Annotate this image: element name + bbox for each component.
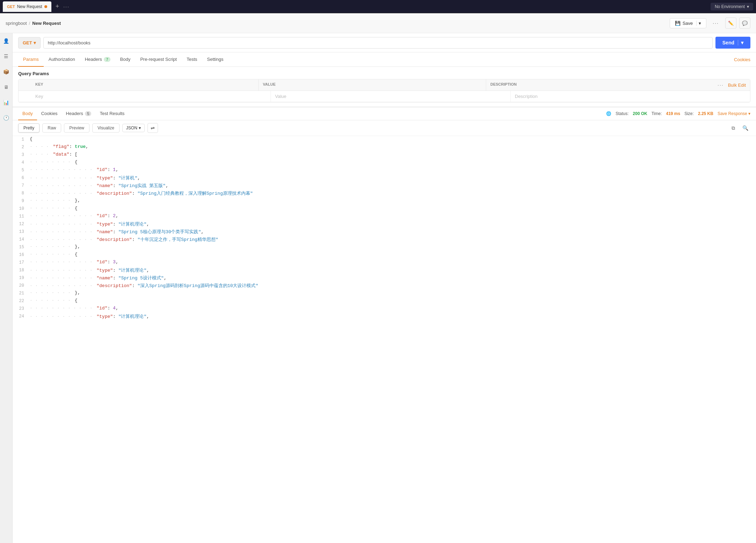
key-col-header: KEY xyxy=(31,79,258,91)
status-label: Status: xyxy=(615,111,628,116)
json-line: 21 · · · · · · · · }, xyxy=(13,290,756,298)
sidebar-icon-chart[interactable]: 📊 xyxy=(1,98,11,107)
response-tabs-row: Body Cookies Headers 5 Test Results 🌐 St… xyxy=(13,107,756,120)
value-col-header: VALUE xyxy=(258,79,486,91)
breadcrumb-current: New Request xyxy=(32,21,61,26)
row-key[interactable]: Key xyxy=(31,91,271,102)
wrap-button[interactable]: ⇌ xyxy=(147,123,158,133)
save-chevron-icon[interactable]: ▾ xyxy=(696,21,701,26)
sidebar-icon-server[interactable]: 🖥 xyxy=(1,82,11,92)
main-layout: 👤 ☰ 📦 🖥 📊 🕐 GET ▾ Send ▾ Params Au xyxy=(0,33,756,543)
tab-authorization[interactable]: Authorization xyxy=(44,52,80,67)
save-label: Save xyxy=(683,21,693,26)
tab-tests[interactable]: Tests xyxy=(182,52,202,67)
breadcrumb-collection[interactable]: springboot xyxy=(6,21,27,26)
environment-selector[interactable]: No Environment ▾ xyxy=(711,3,753,10)
send-chevron-icon[interactable]: ▾ xyxy=(738,40,743,45)
env-chevron-icon: ▾ xyxy=(747,4,749,9)
url-bar: GET ▾ Send ▾ xyxy=(13,33,756,52)
tab-settings[interactable]: Settings xyxy=(202,52,228,67)
params-more-dots[interactable]: ··· xyxy=(718,82,724,88)
tab-modified-dot xyxy=(44,5,47,8)
view-pretty-button[interactable]: Pretty xyxy=(18,123,39,133)
response-headers-badge: 5 xyxy=(85,111,91,116)
save-response-button[interactable]: Save Response ▾ xyxy=(718,111,750,116)
bulk-edit-button[interactable]: Bulk Edit xyxy=(728,83,746,88)
main-content: GET ▾ Send ▾ Params Authorization Header… xyxy=(13,33,756,543)
response-toolbar: Pretty Raw Preview Visualize JSON ▾ ⇌ ⧉ … xyxy=(13,120,756,136)
header-bar: springboot / New Request 💾 Save ▾ ··· ✏️… xyxy=(0,13,756,33)
json-line: 13 · · · · · · · · · · · · "name": "Spri… xyxy=(13,228,756,236)
response-section: Body Cookies Headers 5 Test Results 🌐 St… xyxy=(13,107,756,543)
sidebar-icon-history[interactable]: 🕐 xyxy=(1,113,11,123)
tab-body[interactable]: Body xyxy=(115,52,136,67)
method-select[interactable]: GET ▾ xyxy=(18,37,41,49)
time-value: 419 ms xyxy=(666,111,681,116)
json-line: 16 · · · · · · · · { xyxy=(13,251,756,259)
header-actions: 💾 Save ▾ ··· ✏️ 💬 xyxy=(670,17,750,29)
send-button[interactable]: Send ▾ xyxy=(715,37,750,49)
request-tab[interactable]: GET New Request xyxy=(3,1,51,12)
json-line: 6 · · · · · · · · · · · · "type": "计算机", xyxy=(13,174,756,182)
edit-icon: ✏️ xyxy=(728,21,734,26)
time-label: Time: xyxy=(651,111,662,116)
view-raw-button[interactable]: Raw xyxy=(42,123,61,133)
json-viewer[interactable]: 1 { 2 · · · · "flag": true, 3 · · · · "d… xyxy=(13,136,756,543)
size-label: Size: xyxy=(684,111,694,116)
query-params-title: Query Params xyxy=(18,71,750,76)
desc-col-header: DESCRIPTION xyxy=(486,79,713,91)
response-tab-cookies[interactable]: Cookies xyxy=(37,107,62,120)
search-button[interactable]: 🔍 xyxy=(740,123,750,133)
row-desc[interactable]: Description xyxy=(510,91,750,102)
sidebar: 👤 ☰ 📦 🖥 📊 🕐 xyxy=(0,33,13,543)
tab-bar: GET New Request + ··· No Environment ▾ xyxy=(0,0,756,13)
send-label: Send xyxy=(722,40,734,45)
request-tabs-row: Params Authorization Headers 7 Body Pre-… xyxy=(13,52,756,67)
url-input[interactable] xyxy=(43,37,713,49)
tab-method: GET xyxy=(7,5,15,9)
view-visualize-button[interactable]: Visualize xyxy=(92,123,120,133)
breadcrumb: springboot / New Request xyxy=(6,21,61,26)
sidebar-icon-box[interactable]: 📦 xyxy=(1,67,11,77)
sidebar-icon-layers[interactable]: ☰ xyxy=(1,51,11,61)
json-line: 20 · · · · · · · · · · · · "description"… xyxy=(13,282,756,290)
view-preview-button[interactable]: Preview xyxy=(64,123,89,133)
json-line: 18 · · · · · · · · · · · · "type": "计算机理… xyxy=(13,267,756,274)
check-col-header xyxy=(19,79,31,91)
status-bar: 🌐 Status: 200 OK Time: 419 ms Size: 2.25… xyxy=(606,111,750,116)
save-button[interactable]: 💾 Save ▾ xyxy=(670,18,707,28)
header-more-button[interactable]: ··· xyxy=(709,18,722,28)
format-chevron-icon: ▾ xyxy=(139,126,141,130)
tab-prerequest[interactable]: Pre-request Script xyxy=(135,52,182,67)
json-line: 1 { xyxy=(13,136,756,144)
json-line: 15 · · · · · · · · }, xyxy=(13,244,756,251)
json-line: 10 · · · · · · · · { xyxy=(13,205,756,213)
response-tab-headers[interactable]: Headers 5 xyxy=(62,107,96,120)
params-table: KEY VALUE DESCRIPTION ··· Bulk Edit Key … xyxy=(18,79,750,102)
json-line: 17 · · · · · · · · · · · · "id": 3, xyxy=(13,259,756,267)
response-tab-body[interactable]: Body xyxy=(18,107,37,120)
response-tab-tests[interactable]: Test Results xyxy=(95,107,129,120)
sidebar-icon-person[interactable]: 👤 xyxy=(1,36,11,46)
json-line: 14 · · · · · · · · · · · · "description"… xyxy=(13,236,756,244)
row-check xyxy=(19,94,31,99)
edit-button[interactable]: ✏️ xyxy=(725,17,736,29)
json-line: 2 · · · · "flag": true, xyxy=(13,144,756,151)
more-tabs-button[interactable]: ··· xyxy=(63,4,70,9)
breadcrumb-separator: / xyxy=(29,21,30,26)
json-line: 4 · · · · · · · · { xyxy=(13,159,756,167)
save-icon: 💾 xyxy=(675,21,681,26)
tab-params[interactable]: Params xyxy=(18,52,44,67)
row-value[interactable]: Value xyxy=(271,91,510,102)
format-select[interactable]: JSON ▾ xyxy=(122,124,145,132)
json-line: 8 · · · · · · · · · · · · "description":… xyxy=(13,190,756,198)
copy-button[interactable]: ⧉ xyxy=(728,123,739,133)
json-line: 11 · · · · · · · · · · · · "id": 2, xyxy=(13,213,756,221)
json-line: 7 · · · · · · · · · · · · "name": "Sprin… xyxy=(13,182,756,190)
tab-headers[interactable]: Headers 7 xyxy=(80,52,115,67)
json-line: 19 · · · · · · · · · · · · "name": "Spri… xyxy=(13,274,756,282)
cookies-link[interactable]: Cookies xyxy=(734,57,750,62)
add-tab-button[interactable]: + xyxy=(53,3,62,10)
comment-button[interactable]: 💬 xyxy=(739,17,750,29)
globe-icon: 🌐 xyxy=(606,111,611,116)
